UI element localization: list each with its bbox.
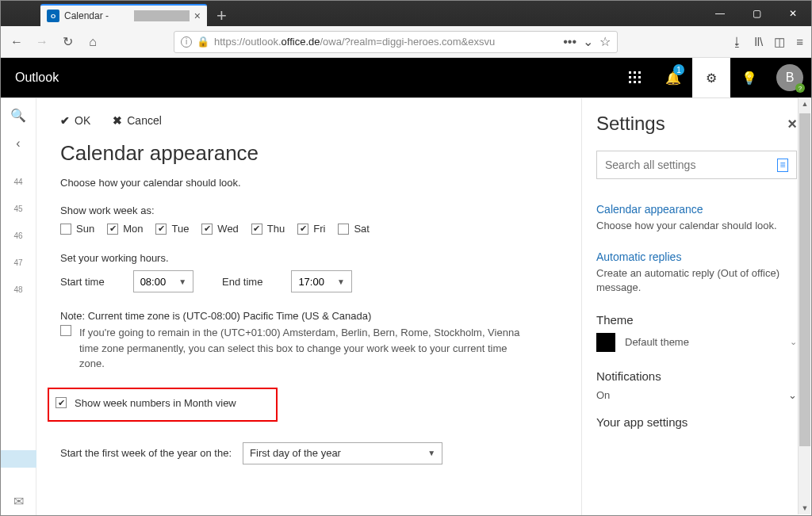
highlighted-option: ✔ Show week numbers in Month view — [48, 388, 278, 422]
notification-badge: 1 — [673, 64, 684, 75]
cancel-button[interactable]: ✖Cancel — [113, 114, 162, 127]
checkbox[interactable] — [60, 224, 71, 235]
outlook-favicon: O — [47, 10, 59, 22]
calendar-appearance-link[interactable]: Calendar appearance — [596, 203, 797, 216]
day-sat[interactable]: Sat — [338, 223, 370, 235]
chevron-down-icon: ▼ — [427, 449, 435, 457]
main-pane: ✔OK ✖Cancel Calendar appearance Choose h… — [36, 98, 581, 515]
search-icon[interactable]: ≡ — [777, 159, 788, 172]
automatic-replies-link[interactable]: Automatic replies — [596, 250, 797, 263]
calendar-appearance-sub: Choose how your calendar should look. — [596, 219, 797, 233]
window-maximize[interactable]: ▢ — [738, 1, 775, 26]
work-week-label: Show work week as: — [60, 204, 557, 216]
notifications-selector[interactable]: On ⌄ — [596, 389, 797, 401]
url-bar[interactable]: i 🔒 https://outlook.office.de/owa/?realm… — [174, 31, 618, 53]
end-time-label: End time — [222, 276, 262, 288]
tab-mask — [134, 10, 190, 21]
automatic-replies-sub: Create an automatic reply (Out of office… — [596, 266, 797, 295]
checkbox[interactable]: ✔ — [107, 224, 118, 235]
ok-button[interactable]: ✔OK — [60, 114, 90, 127]
settings-title: Settings — [596, 113, 665, 135]
svg-rect-1 — [634, 71, 636, 74]
svg-rect-3 — [629, 76, 631, 78]
day-fri[interactable]: ✔Fri — [297, 223, 325, 235]
timezone-checkbox[interactable] — [60, 325, 71, 336]
app-name: Outlook — [15, 71, 59, 85]
menu-icon[interactable]: ≡ — [796, 35, 803, 48]
first-week-dropdown[interactable]: First day of the year▼ — [243, 442, 442, 464]
mail-icon[interactable]: ✉ — [13, 494, 24, 509]
close-icon[interactable]: × — [787, 115, 797, 133]
help-icon[interactable]: 💡 — [730, 58, 768, 97]
chevron-down-icon: ⌄ — [790, 337, 797, 347]
checkbox[interactable]: ✔ — [201, 224, 213, 235]
sidebar-icon[interactable]: ◫ — [774, 35, 785, 49]
settings-pane: Settings × ≡ Calendar appearance Choose … — [581, 98, 811, 515]
day-thu[interactable]: ✔Thu — [251, 223, 285, 235]
app-launcher-icon[interactable] — [616, 58, 654, 97]
settings-gear-icon[interactable]: ⚙ — [692, 58, 730, 97]
reload-button[interactable]: ↻ — [59, 34, 75, 49]
scroll-down-icon[interactable]: ▼ — [799, 502, 811, 514]
avatar[interactable]: B ? — [776, 64, 803, 91]
search-icon[interactable]: 🔍 — [10, 105, 26, 125]
day-sun[interactable]: Sun — [60, 223, 94, 235]
home-button[interactable]: ⌂ — [85, 35, 101, 49]
theme-heading: Theme — [596, 313, 797, 327]
tab-title: Calendar - — [64, 10, 132, 21]
svg-rect-4 — [634, 76, 636, 78]
mini-calendar: 44 45 46 47 48 — [1, 162, 36, 515]
timezone-text: If you're going to remain in the (UTC+01… — [79, 325, 523, 372]
end-time-dropdown[interactable]: 17:00▼ — [291, 270, 351, 292]
downloads-icon[interactable]: ⭳ — [731, 35, 743, 48]
your-app-settings-heading: Your app settings — [596, 415, 797, 429]
day-tue[interactable]: ✔Tue — [155, 223, 189, 235]
checkbox[interactable] — [338, 224, 349, 235]
scrollbar[interactable]: ▲ ▼ — [798, 97, 810, 514]
app-header: Outlook 🔔 1 ⚙ 💡 B ? — [1, 58, 811, 97]
svg-rect-7 — [634, 81, 636, 83]
checkbox[interactable]: ✔ — [297, 224, 308, 235]
back-button[interactable]: ← — [9, 35, 25, 49]
site-info-icon[interactable]: i — [181, 36, 192, 48]
scroll-up-icon[interactable]: ▲ — [799, 97, 811, 110]
new-tab-button[interactable]: + — [216, 10, 227, 21]
svg-rect-8 — [638, 81, 641, 83]
more-icon[interactable]: ••• — [563, 35, 576, 49]
checkbox[interactable]: ✔ — [155, 224, 167, 235]
week-num: 48 — [13, 285, 22, 303]
notifications-icon[interactable]: 🔔 1 — [654, 58, 692, 97]
start-time-dropdown[interactable]: 08:00▼ — [133, 270, 193, 292]
collapse-icon[interactable]: ‹ — [16, 133, 20, 154]
search-input[interactable] — [605, 159, 777, 171]
checkbox[interactable]: ✔ — [251, 224, 262, 235]
week-num: 47 — [13, 258, 22, 276]
tab-close-icon[interactable]: × — [194, 10, 201, 22]
show-week-numbers-checkbox[interactable]: ✔ — [56, 397, 67, 408]
svg-rect-6 — [629, 81, 631, 83]
week-num: 44 — [13, 178, 22, 195]
theme-selector[interactable]: Default theme ⌄ — [596, 333, 797, 352]
browser-titlebar: O Calendar - × + — ▢ ✕ — [1, 1, 811, 26]
first-week-label: Start the first week of the year on the: — [60, 447, 232, 459]
notifications-heading: Notifications — [596, 369, 797, 383]
scrollbar-thumb[interactable] — [799, 113, 810, 446]
chevron-down-icon: ⌄ — [788, 389, 797, 401]
forward-button[interactable]: → — [34, 35, 50, 49]
lock-icon: 🔒 — [197, 36, 209, 48]
settings-search[interactable]: ≡ — [596, 151, 797, 179]
svg-rect-5 — [638, 76, 641, 78]
bookmark-star-icon[interactable]: ☆ — [599, 34, 611, 49]
svg-rect-0 — [629, 71, 631, 74]
window-minimize[interactable]: — — [702, 1, 738, 26]
working-hours-label: Set your working hours. — [60, 252, 557, 264]
pocket-icon[interactable]: ⌄ — [583, 34, 593, 49]
browser-tab[interactable]: O Calendar - × — [40, 4, 207, 26]
svg-rect-2 — [638, 71, 641, 74]
day-mon[interactable]: ✔Mon — [107, 223, 143, 235]
selected-row[interactable] — [1, 450, 36, 468]
window-close[interactable]: ✕ — [775, 1, 811, 26]
day-wed[interactable]: ✔Wed — [201, 223, 239, 235]
library-icon[interactable]: ll\ — [754, 35, 763, 48]
left-rail: 🔍 ‹ 44 45 46 47 48 ✉ — [1, 98, 36, 515]
